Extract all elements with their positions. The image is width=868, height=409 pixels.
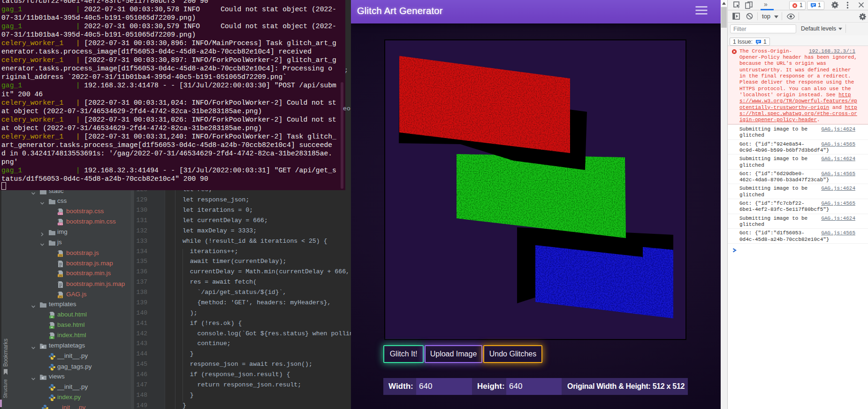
svg-text:JS: JS — [59, 254, 62, 257]
svg-text:H: H — [51, 316, 53, 318]
svg-text:CSS: CSS — [58, 223, 63, 225]
svg-text:JS: JS — [59, 295, 62, 298]
svg-text:CSS: CSS — [58, 212, 63, 215]
svg-text:H: H — [51, 326, 53, 329]
svg-text:H: H — [51, 336, 53, 339]
svg-text:JS: JS — [59, 274, 62, 277]
